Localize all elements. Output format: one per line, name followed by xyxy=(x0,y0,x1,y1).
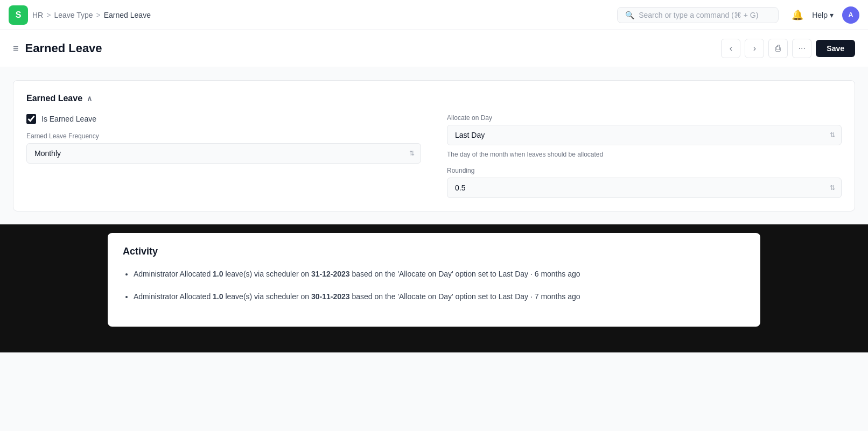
rounding-field: Rounding xyxy=(447,167,842,198)
page-header: ≡ Earned Leave ‹ › ⎙ ··· Save xyxy=(0,30,868,67)
page-actions: ‹ › ⎙ ··· Save xyxy=(721,39,855,58)
next-button[interactable]: › xyxy=(745,39,764,58)
activity-item-1: Administrator Allocated 1.0 leave(s) via… xyxy=(134,268,745,280)
search-icon: 🔍 xyxy=(625,11,634,19)
sidebar-toggle-icon[interactable]: ≡ xyxy=(13,43,19,54)
search-placeholder-text: Search or type a command (⌘ + G) xyxy=(639,11,758,19)
section-title: Earned Leave xyxy=(26,94,82,103)
allocate-on-day-select-wrapper: Last Day First Day xyxy=(447,125,842,145)
form-grid: Is Earned Leave Earned Leave Frequency M… xyxy=(26,114,842,198)
form-col-right: Allocate on Day Last Day First Day The d… xyxy=(447,114,842,198)
section-header[interactable]: Earned Leave ∧ xyxy=(26,94,842,103)
frequency-field: Earned Leave Frequency Monthly Quarterly… xyxy=(26,132,421,164)
prev-button[interactable]: ‹ xyxy=(721,39,740,58)
is-earned-leave-row: Is Earned Leave xyxy=(26,114,421,124)
more-button[interactable]: ··· xyxy=(792,39,811,58)
topbar: S HR > Leave Type > Earned Leave 🔍 Searc… xyxy=(0,0,868,30)
save-button[interactable]: Save xyxy=(816,40,855,57)
breadcrumb-current: Earned Leave xyxy=(104,11,151,19)
breadcrumb-hr[interactable]: HR xyxy=(32,11,43,19)
allocate-on-day-select[interactable]: Last Day First Day xyxy=(447,125,842,145)
breadcrumb: HR > Leave Type > Earned Leave xyxy=(32,11,151,19)
frequency-label: Earned Leave Frequency xyxy=(26,132,421,140)
frequency-select-wrapper: Monthly Quarterly Half Yearly Yearly xyxy=(26,143,421,164)
breadcrumb-sep1: > xyxy=(46,11,51,19)
topbar-right: 🔔 Help ▾ A xyxy=(792,6,859,24)
rounding-select-wrapper xyxy=(447,178,842,198)
rounding-input[interactable] xyxy=(447,178,842,198)
collapse-icon: ∧ xyxy=(87,94,92,103)
activity-item-2: Administrator Allocated 1.0 leave(s) via… xyxy=(134,291,745,302)
logo-button[interactable]: S xyxy=(9,5,28,25)
help-button[interactable]: Help ▾ xyxy=(812,11,834,19)
breadcrumb-leave-type[interactable]: Leave Type xyxy=(54,11,93,19)
is-earned-leave-checkbox[interactable] xyxy=(26,114,36,124)
is-earned-leave-label: Is Earned Leave xyxy=(41,115,96,123)
form-col-left: Is Earned Leave Earned Leave Frequency M… xyxy=(26,114,421,198)
print-button[interactable]: ⎙ xyxy=(768,39,788,58)
allocate-on-day-hint: The day of the month when leaves should … xyxy=(447,151,842,158)
allocate-on-day-label: Allocate on Day xyxy=(447,114,842,122)
allocate-on-day-field: Allocate on Day Last Day First Day The d… xyxy=(447,114,842,158)
notification-bell-icon[interactable]: 🔔 xyxy=(792,9,803,21)
activity-list: Administrator Allocated 1.0 leave(s) via… xyxy=(123,268,745,303)
frequency-select[interactable]: Monthly Quarterly Half Yearly Yearly xyxy=(26,143,421,164)
page-title: Earned Leave xyxy=(25,41,102,55)
breadcrumb-sep2: > xyxy=(96,11,101,19)
chevron-down-icon: ▾ xyxy=(830,11,834,19)
avatar[interactable]: A xyxy=(842,6,859,24)
search-bar[interactable]: 🔍 Search or type a command (⌘ + G) xyxy=(617,7,779,23)
activity-section: Activity Administrator Allocated 1.0 lea… xyxy=(108,233,760,327)
activity-title: Activity xyxy=(123,246,745,257)
earned-leave-card: Earned Leave ∧ Is Earned Leave Earned Le… xyxy=(13,80,855,211)
content-area: Earned Leave ∧ Is Earned Leave Earned Le… xyxy=(0,67,868,431)
rounding-label: Rounding xyxy=(447,167,842,174)
main-area: ≡ Earned Leave ‹ › ⎙ ··· Save Earned Lea… xyxy=(0,30,868,431)
